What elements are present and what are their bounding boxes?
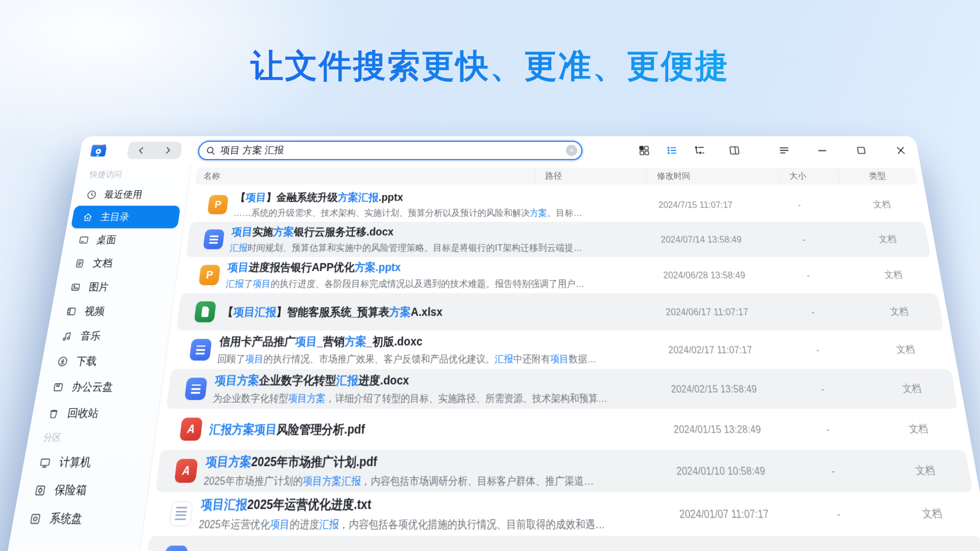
maximize-button[interactable] bbox=[853, 144, 869, 157]
file-type-icon bbox=[203, 230, 225, 249]
sidebar-item-label: 图片 bbox=[88, 280, 110, 294]
table-row[interactable]: 汇报项目进度2025年Q1发展计划.docx bbox=[144, 536, 980, 551]
back-button[interactable] bbox=[134, 144, 149, 157]
highlighted-term: 方案汇报 bbox=[337, 191, 379, 203]
file-type: 文档 bbox=[863, 343, 948, 356]
close-icon bbox=[894, 144, 908, 157]
sidebar-section: 分区 计算机 保险箱 系统盘 bbox=[11, 427, 157, 533]
file-type: 文档 bbox=[857, 306, 942, 318]
file-rows: 【项目】金融系统升级方案汇报.pptx ……系统的升级需求、技术架构、实施计划、… bbox=[144, 188, 980, 551]
table-row[interactable]: 项目方案2025年市场推广计划.pdf 2025年市场推广计划的项目方案汇报，内… bbox=[155, 450, 973, 492]
file-type: 文档 bbox=[880, 464, 970, 479]
highlighted-term: 汇报 bbox=[319, 518, 339, 530]
highlighted-term: 项目 bbox=[252, 279, 271, 289]
sidebar-item-downloads[interactable]: 下载 bbox=[44, 348, 161, 374]
sidebar-item-label: 音乐 bbox=[80, 329, 102, 343]
sidebar-section-label: 快捷访问 bbox=[75, 166, 191, 184]
highlighted-term: 方案 bbox=[345, 335, 367, 348]
file-snippet: 2025年运营优化项目的进度汇报，内容包括各项优化措施的执行情况、目前取得的成效… bbox=[198, 517, 605, 533]
sidebar-item-label: 文档 bbox=[92, 257, 113, 270]
highlighted-term: 项目方案 bbox=[205, 455, 252, 469]
column-header-path[interactable]: 路径 bbox=[534, 171, 647, 181]
file-modified-time: 2024/01/15 13:28:49 bbox=[662, 423, 810, 435]
table-row[interactable]: 信用卡产品推广项目_营销方案_初版.doxc 回顾了项目的执行情况、市场推广效果… bbox=[172, 331, 951, 369]
highlighted-term: 项目 bbox=[550, 353, 569, 364]
sidebar-item-documents[interactable]: 文档 bbox=[62, 252, 174, 275]
sidebar-item-label: 系统盘 bbox=[48, 510, 83, 527]
file-type-icon bbox=[184, 378, 207, 400]
file-size: - bbox=[803, 383, 870, 395]
music-icon bbox=[60, 330, 74, 342]
file-name: 汇报项目进度2025年Q1发展计划.docx bbox=[194, 549, 398, 551]
column-header-type[interactable]: 类型 bbox=[838, 171, 917, 181]
highlighted-term: 汇报 bbox=[225, 279, 244, 289]
sidebar-item-pictures[interactable]: 图片 bbox=[58, 275, 172, 299]
highlighted-term: 项目汇报 bbox=[233, 305, 277, 318]
file-modified-time: 2024/07/14 13:58:49 bbox=[650, 234, 787, 244]
page: { "hero": { "title": "让文件搜索更快、更准、更便捷" },… bbox=[0, 0, 980, 551]
table-row[interactable]: 【项目汇报】智能客服系统_预算表方案A.xlsx 2024/06/17 11:0… bbox=[176, 293, 944, 331]
split-view-button[interactable] bbox=[727, 144, 742, 157]
file-type-icon bbox=[179, 418, 203, 441]
table-row[interactable]: 项目汇报2025年运营优化进度.txt 2025年运营优化项目的进度汇报，内容包… bbox=[150, 492, 980, 536]
file-snippet: 2025年市场推广计划的项目方案汇报，内容包括市场调研分析、目标客户群体、推广渠… bbox=[203, 474, 594, 489]
column-header-modified[interactable]: 修改时间 bbox=[646, 171, 779, 181]
file-size: - bbox=[790, 269, 853, 280]
sidebar-item-cloud-drive[interactable]: 办公云盘 bbox=[40, 374, 158, 400]
nav-pill bbox=[127, 142, 183, 159]
sidebar-item-computer[interactable]: 计算机 bbox=[26, 448, 148, 476]
sidebar-item-trash[interactable]: 回收站 bbox=[35, 400, 155, 427]
video-icon bbox=[65, 305, 79, 317]
home-icon bbox=[81, 211, 94, 222]
table-row[interactable]: 【项目】金融系统升级方案汇报.pptx ……系统的升级需求、技术架构、实施计划、… bbox=[190, 188, 924, 222]
clock-icon bbox=[85, 189, 98, 200]
list-header: 名称 路径 修改时间 大小 类型 bbox=[195, 168, 918, 185]
file-size: - bbox=[808, 423, 876, 435]
file-snippet: 回顾了项目的执行情况、市场推广效果、客户反馈和产品优化建议。汇报中还附有项目数据… bbox=[216, 353, 596, 366]
doc-icon bbox=[73, 257, 86, 269]
table-row[interactable]: 项目实施方案银行云服务迁移.docx 汇报时间规划、预算估算和实施中的风险管理策… bbox=[186, 222, 930, 257]
search-input[interactable] bbox=[219, 145, 566, 156]
highlighted-term: 项目 bbox=[227, 261, 250, 273]
file-snippet: 为企业数字化转型项目方案，详细介绍了转型的目标、实施路径、所需资源、技术架构和预… bbox=[212, 392, 608, 406]
minimize-button[interactable] bbox=[815, 144, 830, 157]
table-row[interactable]: 项目进度报告银行APP优化方案.pptx 汇报了项目的执行进度、各阶段目标完成情… bbox=[181, 257, 937, 293]
file-modified-time: 2024/06/28 13:58:49 bbox=[652, 269, 791, 280]
file-manager-icon[interactable] bbox=[87, 141, 110, 160]
highlighted-term: 项目方案 bbox=[214, 373, 260, 387]
column-header-size[interactable]: 大小 bbox=[778, 171, 839, 181]
file-name: 【项目汇报】智能客服系统_预算表方案A.xlsx bbox=[222, 304, 443, 320]
highlighted-term: 项目方案 bbox=[288, 392, 326, 404]
file-modified-time: 2024/02/15 13:58:49 bbox=[659, 383, 805, 395]
file-type: 文档 bbox=[852, 269, 935, 281]
titlebar: ✕ bbox=[78, 136, 920, 165]
toolbar-icons bbox=[637, 144, 909, 157]
forward-button[interactable] bbox=[160, 144, 176, 157]
file-size: - bbox=[794, 306, 859, 317]
sidebar-item-home[interactable]: 主目录 bbox=[70, 206, 180, 228]
sidebar-item-videos[interactable]: 视频 bbox=[54, 299, 168, 323]
grid-view-button[interactable] bbox=[637, 144, 651, 157]
highlighted-term: 汇报 bbox=[229, 242, 248, 253]
list-view-button[interactable] bbox=[665, 144, 679, 157]
file-snippet: 汇报了项目的执行进度、各阶段目标完成情况以及遇到的技术难题。报告特别强调了用户… bbox=[225, 278, 584, 291]
file-snippet: 汇报时间规划、预算估算和实施中的风险管理策略。目标是将银行的IT架构迁移到云端提… bbox=[229, 242, 582, 254]
table-row[interactable]: 项目方案企业数字化转型汇报进度.docx 为企业数字化转型项目方案，详细介绍了转… bbox=[166, 369, 958, 409]
highlighted-term: 项目 bbox=[295, 335, 317, 348]
sidebar-item-music[interactable]: 音乐 bbox=[49, 323, 164, 348]
close-button[interactable] bbox=[893, 144, 909, 157]
file-type-icon bbox=[163, 545, 188, 551]
tree-view-button[interactable] bbox=[692, 144, 706, 157]
table-row[interactable]: 汇报方案项目风险管理分析.pdf 2024/01/15 13:28:49 - 文… bbox=[161, 409, 965, 449]
file-name: 项目实施方案银行云服务迁移.docx bbox=[231, 224, 582, 239]
sidebar-item-system-disk[interactable]: 系统盘 bbox=[16, 504, 140, 533]
maximize-icon bbox=[854, 144, 868, 157]
clear-search-icon[interactable]: ✕ bbox=[566, 145, 577, 156]
search-box[interactable]: ✕ bbox=[197, 141, 583, 160]
sidebar-item-vault[interactable]: 保险箱 bbox=[21, 476, 144, 504]
menu-lines-icon[interactable] bbox=[777, 144, 792, 157]
sidebar-item-recent[interactable]: 最近使用 bbox=[75, 184, 183, 206]
column-header-name[interactable]: 名称 bbox=[195, 171, 534, 182]
sidebar-item-desktop[interactable]: 桌面 bbox=[66, 229, 177, 252]
file-size: - bbox=[781, 199, 843, 210]
